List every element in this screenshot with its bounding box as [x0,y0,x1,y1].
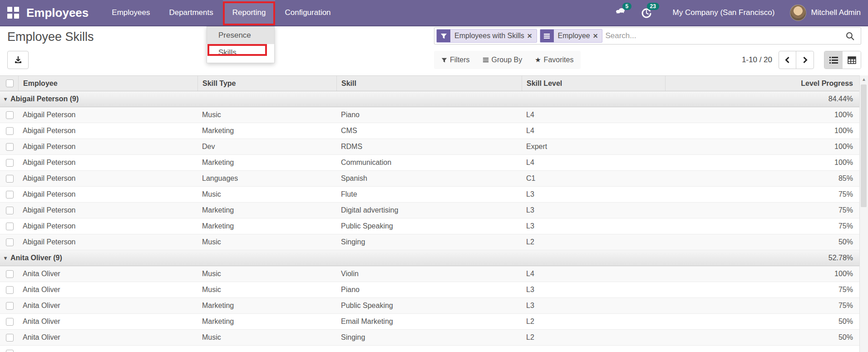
favorites-button[interactable]: ★ Favorites [535,56,573,64]
menu-reporting-label: Reporting [232,8,266,17]
row-checkbox[interactable] [6,207,14,214]
table-row[interactable]: Anita Oliver Marketing Public Speaking L… [0,298,859,314]
favorites-label: Favorites [544,56,574,64]
menu-item-presence[interactable]: Presence [207,27,274,44]
cell-skill: RDMS [336,143,522,151]
table-row[interactable]: Abigail Peterson Marketing Public Speaki… [0,218,859,234]
table-header: Employee Skill Type Skill Skill Level Le… [0,75,859,91]
facet-remove-icon[interactable]: ✕ [527,30,537,42]
cell-skill-level: L4 [522,159,665,167]
column-header-skill-level[interactable]: Skill Level [522,76,665,91]
column-header-skill-type[interactable]: Skill Type [197,76,336,91]
pager-previous-button[interactable] [779,51,796,69]
cell-skill-type: Marketing [197,159,336,167]
table-row[interactable]: Anita Oliver Music Piano L3 75% [0,282,859,298]
cell-skill: Violin [336,270,522,278]
row-checkbox[interactable] [6,238,14,246]
activities-icon[interactable]: 23 [640,6,653,19]
cell-skill-type: Languages [197,174,336,183]
row-checkbox[interactable] [6,159,14,167]
pager: 1-10 / 20 [742,51,861,69]
view-switcher [824,51,861,69]
row-checkbox[interactable] [6,175,14,183]
table-row[interactable]: Abigail Peterson Music Flute L3 75% [0,187,859,203]
scrollbar-thumb[interactable] [861,84,867,207]
app-brand[interactable]: Employees [26,6,89,20]
group-label: Anita Oliver (9) [10,254,62,262]
annotation-box-skills [207,44,267,56]
company-switcher[interactable]: My Company (San Francisco) [673,8,775,17]
row-checkbox[interactable] [6,143,14,151]
partial-table-row[interactable] [0,346,859,352]
row-checkbox[interactable] [6,350,14,352]
select-all-checkbox[interactable] [6,79,14,87]
row-checkbox[interactable] [6,191,14,198]
table-row[interactable]: Abigail Peterson Music Singing L2 50% [0,234,859,250]
column-header-employee[interactable]: Employee [18,76,197,91]
pager-buttons [779,51,814,69]
filters-button[interactable]: Filters [441,56,470,64]
row-checkbox[interactable] [6,127,14,135]
row-checkbox[interactable] [6,334,14,342]
table-row[interactable]: Abigail Peterson Marketing Digital adver… [0,203,859,218]
table-row[interactable]: Anita Oliver Music Singing L2 50% [0,330,859,346]
search-icon[interactable] [839,31,861,41]
row-checkbox[interactable] [6,111,14,119]
menu-employees[interactable]: Employees [102,0,159,25]
cell-level-progress: 100% [665,143,859,151]
filters-icon [441,57,447,63]
pager-next-button[interactable] [796,51,814,69]
cell-level-progress: 50% [665,333,859,342]
search-input[interactable] [605,29,839,43]
facet-remove-icon[interactable]: ✕ [593,30,602,42]
table-row[interactable]: Anita Oliver Music Violin L4 100% [0,266,859,282]
table-row[interactable]: Abigail Peterson Music Piano L4 100% [0,107,859,123]
row-checkbox[interactable] [6,270,14,278]
cell-skill-type: Music [197,190,336,198]
star-icon: ★ [535,56,541,64]
group-by-button[interactable]: Group By [483,56,523,64]
row-checkbox[interactable] [6,302,14,310]
user-avatar[interactable] [790,5,806,21]
list-view-button[interactable] [824,51,843,69]
scroll-up-arrow-icon[interactable]: ▲ [860,75,868,84]
cell-employee: Anita Oliver [18,270,197,278]
menu-configuration[interactable]: Configuration [275,0,340,25]
page: Employees Employees Departments Reportin… [0,0,868,352]
user-menu[interactable]: Mitchell Admin [811,8,861,17]
row-checkbox[interactable] [6,318,14,326]
cell-skill: Singing [336,333,522,342]
table-row[interactable]: Abigail Peterson Marketing Communication… [0,155,859,171]
table-row[interactable]: Anita Oliver Marketing Email Marketing L… [0,314,859,330]
cell-skill-level: L2 [522,333,665,342]
table-scrollbar[interactable]: ▲ [859,75,868,352]
column-header-level-progress[interactable]: Level Progress [665,76,859,91]
filters-label: Filters [450,56,470,64]
table-row[interactable]: Abigail Peterson Dev RDMS Expert 100% [0,139,859,155]
cell-employee: Abigail Peterson [18,143,197,151]
page-title: Employee Skills [7,30,94,44]
cell-skill: Singing [336,238,522,246]
export-button[interactable] [7,51,29,69]
cell-skill: Spanish [336,174,522,183]
cell-skill: Piano [336,286,522,294]
cell-level-progress: 75% [665,286,859,294]
pivot-view-button[interactable] [843,51,861,69]
menu-item-skills[interactable]: Skills [207,44,274,61]
messages-icon[interactable]: 5 [616,6,628,19]
row-checkbox[interactable] [6,286,14,294]
apps-grid-icon[interactable] [7,7,19,19]
cell-level-progress: 50% [665,238,859,246]
table-row[interactable]: Abigail Peterson Marketing CMS L4 100% [0,123,859,139]
group-aggregate: 84.44% [79,95,859,103]
group-row[interactable]: ▾ Abigail Peterson (9) 84.44% [0,91,859,107]
cell-skill-type: Marketing [197,206,336,214]
search-bar[interactable]: Employees with Skills ✕ Employee ✕ [434,27,861,45]
row-checkbox[interactable] [6,223,14,230]
table-row[interactable]: Abigail Peterson Languages Spanish C1 85… [0,171,859,187]
menu-departments[interactable]: Departments [159,0,222,25]
menu-reporting[interactable]: Reporting [223,0,276,25]
column-header-skill[interactable]: Skill [336,76,522,91]
group-row[interactable]: ▾ Anita Oliver (9) 52.78% [0,250,859,266]
cell-employee: Abigail Peterson [18,127,197,135]
